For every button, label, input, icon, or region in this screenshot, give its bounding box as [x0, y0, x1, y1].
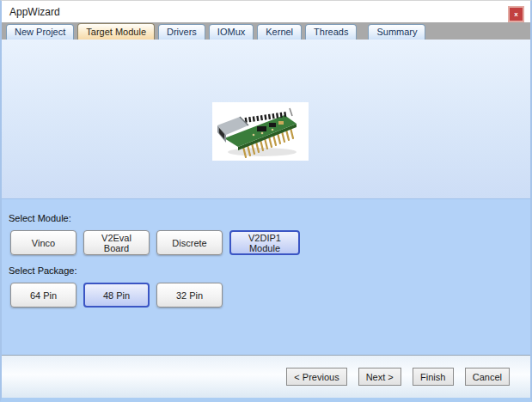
- next-button[interactable]: Next >: [358, 368, 401, 386]
- module-option-v2dip1-module[interactable]: V2DIP1 Module: [229, 230, 300, 255]
- tab-summary[interactable]: Summary: [368, 24, 425, 40]
- title-bar: AppWizard x: [2, 1, 530, 22]
- cancel-button[interactable]: Cancel: [465, 368, 510, 386]
- package-option-64-pin[interactable]: 64 Pin: [10, 283, 76, 308]
- module-photo: [212, 102, 309, 161]
- tab-kernel[interactable]: Kernel: [257, 24, 302, 40]
- appwizard-window: AppWizard x New Project Target Module Dr…: [0, 0, 532, 402]
- v2dip1-module-illustration: [212, 102, 309, 161]
- window-title: AppWizard: [9, 6, 60, 18]
- selection-panel: Select Module: Vinco V2Eval Board Discre…: [2, 198, 530, 355]
- wizard-tab-strip: New Project Target Module Drivers IOMux …: [2, 22, 530, 40]
- module-option-vinco[interactable]: Vinco: [10, 230, 76, 255]
- tab-target-module[interactable]: Target Module: [77, 23, 155, 40]
- tab-threads[interactable]: Threads: [305, 24, 357, 40]
- select-module-label: Select Module:: [9, 213, 530, 223]
- select-package-label: Select Package:: [9, 265, 530, 276]
- tab-drivers[interactable]: Drivers: [158, 24, 205, 40]
- module-options-row: Vinco V2Eval Board Discrete V2DIP1 Modul…: [10, 230, 530, 255]
- previous-button[interactable]: < Previous: [286, 368, 346, 386]
- finish-button[interactable]: Finish: [413, 368, 454, 386]
- module-preview-panel: [2, 40, 530, 198]
- module-option-discrete[interactable]: Discrete: [156, 230, 223, 255]
- module-option-v2eval-board[interactable]: V2Eval Board: [83, 230, 150, 255]
- tab-new-project[interactable]: New Project: [6, 24, 74, 40]
- package-options-row: 64 Pin 48 Pin 32 Pin: [10, 283, 530, 308]
- package-option-32-pin[interactable]: 32 Pin: [156, 283, 223, 308]
- tab-iomux[interactable]: IOMux: [209, 24, 254, 40]
- package-option-48-pin[interactable]: 48 Pin: [83, 283, 150, 308]
- close-button[interactable]: x: [508, 6, 524, 22]
- wizard-footer: < Previous Next > Finish Cancel: [2, 355, 530, 398]
